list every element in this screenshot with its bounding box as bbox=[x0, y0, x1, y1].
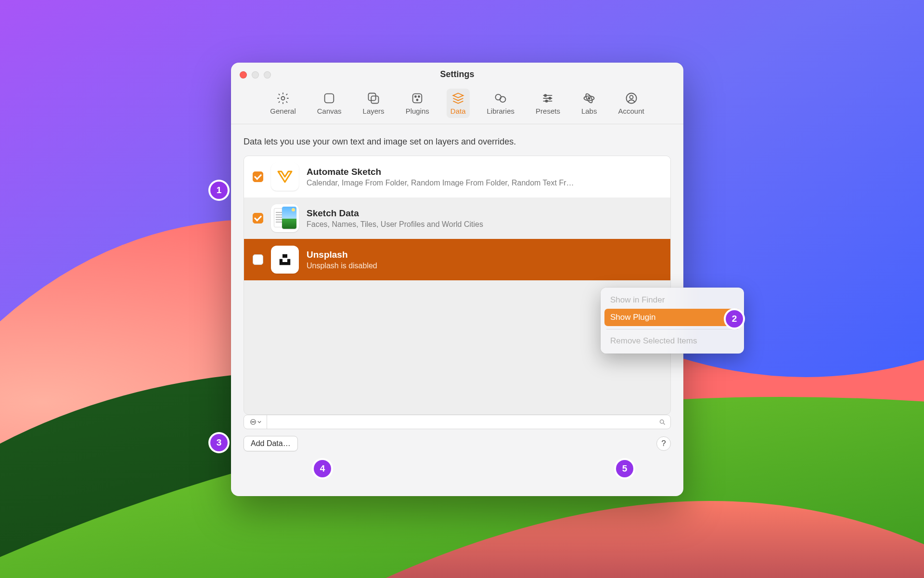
enable-checkbox[interactable] bbox=[253, 171, 263, 182]
tab-account[interactable]: Account bbox=[614, 89, 648, 118]
gear-icon bbox=[276, 92, 290, 105]
plugins-icon bbox=[411, 92, 424, 105]
search-input[interactable] bbox=[267, 415, 654, 429]
annotation-badge-1: 1 bbox=[210, 182, 228, 199]
source-desc: Unsplash is disabled bbox=[307, 262, 662, 270]
tab-label: Labs bbox=[581, 107, 597, 115]
tab-label: General bbox=[270, 107, 295, 115]
help-button[interactable]: ? bbox=[656, 436, 671, 451]
add-data-button[interactable]: Add Data… bbox=[244, 436, 298, 451]
list-item[interactable]: Sketch Data Faces, Names, Tiles, User Pr… bbox=[244, 197, 670, 239]
svg-rect-4 bbox=[371, 96, 378, 103]
layers-icon bbox=[367, 92, 380, 105]
plugin-icon-unsplash bbox=[271, 246, 299, 274]
tab-label: Layers bbox=[363, 107, 385, 115]
svg-point-8 bbox=[417, 99, 418, 101]
svg-rect-5 bbox=[413, 94, 422, 103]
annotation-badge-4: 4 bbox=[314, 460, 331, 477]
svg-point-22 bbox=[253, 421, 253, 422]
zoom-window-button[interactable] bbox=[264, 71, 271, 79]
menu-separator bbox=[606, 329, 738, 329]
settings-tabs: General Canvas Layers Plugins Data Libra… bbox=[231, 86, 683, 124]
svg-point-6 bbox=[415, 96, 416, 97]
svg-point-16 bbox=[588, 97, 590, 99]
context-menu: Show in Finder Show Plugin Remove Select… bbox=[601, 288, 744, 354]
source-title: Unsplash bbox=[307, 250, 662, 260]
tab-label: Data bbox=[450, 107, 466, 115]
intro-text: Data lets you use your own text and imag… bbox=[244, 137, 671, 147]
svg-point-1 bbox=[282, 97, 285, 100]
traffic-lights bbox=[240, 71, 271, 79]
content-area: Data lets you use your own text and imag… bbox=[231, 124, 683, 429]
svg-rect-2 bbox=[325, 94, 334, 103]
menu-item-show-plugin[interactable]: Show Plugin bbox=[604, 309, 740, 326]
tab-presets[interactable]: Presets bbox=[532, 89, 564, 118]
canvas-icon bbox=[322, 92, 336, 105]
sliders-icon bbox=[541, 92, 554, 105]
data-sources-list: Automate Sketch Calendar, Image From Fol… bbox=[244, 156, 671, 415]
svg-point-21 bbox=[252, 421, 252, 422]
menu-item-show-in-finder[interactable]: Show in Finder bbox=[604, 291, 740, 309]
tab-libraries[interactable]: Libraries bbox=[483, 89, 519, 118]
svg-point-7 bbox=[418, 96, 420, 97]
source-desc: Faces, Names, Tiles, User Profiles and W… bbox=[307, 220, 662, 229]
tab-label: Plugins bbox=[406, 107, 429, 115]
window-title: Settings bbox=[231, 69, 683, 79]
options-dropdown[interactable] bbox=[244, 415, 267, 429]
search-bar bbox=[244, 415, 671, 429]
menu-item-remove-selected[interactable]: Remove Selected Items bbox=[604, 332, 740, 350]
annotation-badge-5: 5 bbox=[616, 460, 633, 477]
svg-point-11 bbox=[545, 94, 547, 96]
enable-checkbox[interactable] bbox=[253, 254, 263, 265]
plugin-icon-automate bbox=[271, 163, 299, 191]
tab-label: Canvas bbox=[317, 107, 342, 115]
tab-canvas[interactable]: Canvas bbox=[313, 89, 346, 118]
tab-layers[interactable]: Layers bbox=[359, 89, 388, 118]
libraries-icon bbox=[494, 92, 507, 105]
atom-icon bbox=[582, 92, 596, 105]
list-item[interactable]: Automate Sketch Calendar, Image From Fol… bbox=[244, 156, 670, 197]
plugin-icon-sketchdata bbox=[271, 204, 299, 232]
annotation-badge-3: 3 bbox=[210, 434, 228, 451]
settings-window: Settings General Canvas Layers Plugins D… bbox=[231, 63, 683, 496]
footer: Add Data… ? bbox=[231, 429, 683, 458]
svg-point-18 bbox=[629, 95, 633, 99]
enable-checkbox[interactable] bbox=[253, 213, 263, 223]
annotation-badge-2: 2 bbox=[726, 310, 743, 328]
svg-point-23 bbox=[254, 421, 254, 422]
data-stack-icon bbox=[451, 92, 465, 105]
svg-rect-3 bbox=[369, 93, 376, 101]
svg-point-24 bbox=[660, 420, 664, 423]
svg-point-12 bbox=[549, 97, 551, 99]
source-title: Automate Sketch bbox=[307, 167, 662, 177]
close-window-button[interactable] bbox=[240, 71, 247, 79]
minimize-window-button[interactable] bbox=[252, 71, 259, 79]
search-icon bbox=[654, 415, 670, 429]
list-item-selected[interactable]: Unsplash Unsplash is disabled bbox=[244, 239, 670, 280]
tab-labs[interactable]: Labs bbox=[578, 89, 601, 118]
user-icon bbox=[625, 92, 638, 105]
svg-rect-19 bbox=[282, 254, 287, 258]
tab-data[interactable]: Data bbox=[447, 89, 470, 118]
tab-plugins[interactable]: Plugins bbox=[402, 89, 433, 118]
tab-label: Libraries bbox=[487, 107, 515, 115]
titlebar: Settings bbox=[231, 63, 683, 86]
tab-label: Presets bbox=[536, 107, 560, 115]
svg-point-10 bbox=[500, 97, 506, 103]
tab-general[interactable]: General bbox=[266, 89, 299, 118]
tab-label: Account bbox=[618, 107, 644, 115]
source-desc: Calendar, Image From Folder, Random Imag… bbox=[307, 179, 662, 187]
source-title: Sketch Data bbox=[307, 208, 662, 219]
svg-point-13 bbox=[546, 100, 548, 102]
